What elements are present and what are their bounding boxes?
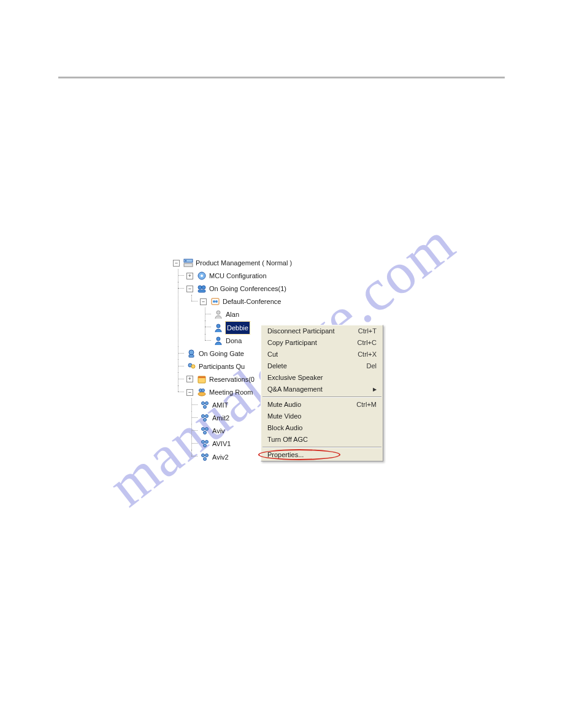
- menu-mute-video[interactable]: Mute Video: [261, 411, 383, 422]
- context-menu: Disconnect ParticipantCtrl+T Copy Partic…: [261, 325, 383, 461]
- svg-point-11: [216, 311, 220, 314]
- menu-separator: [262, 396, 381, 398]
- participant-dona[interactable]: Dona: [226, 335, 242, 347]
- svg-point-26: [202, 415, 205, 418]
- menu-delete[interactable]: DeleteDel: [261, 360, 383, 372]
- server-icon: [183, 258, 193, 268]
- svg-point-28: [204, 419, 207, 422]
- svg-point-31: [204, 431, 207, 434]
- group-icon: [200, 439, 210, 449]
- menu-cut[interactable]: CutCtrl+X: [261, 349, 383, 360]
- reservations-label[interactable]: Reservations(0: [209, 373, 255, 385]
- person-gray-icon: [213, 309, 223, 319]
- svg-rect-2: [185, 260, 186, 262]
- conf-label[interactable]: Default-Conference: [223, 295, 281, 308]
- svg-rect-15: [189, 355, 194, 357]
- svg-point-22: [202, 389, 205, 392]
- svg-point-32: [202, 441, 205, 444]
- menu-disconnect-participant[interactable]: Disconnect ParticipantCtrl+T: [261, 325, 383, 337]
- group-icon: [200, 400, 210, 410]
- menu-turn-off-agc[interactable]: Turn Off AGC: [261, 434, 383, 446]
- group-icon: [200, 426, 210, 436]
- mr-amit[interactable]: AMIT: [212, 399, 228, 411]
- expander-root[interactable]: −: [173, 260, 180, 267]
- expander-ongoing[interactable]: −: [186, 286, 193, 292]
- menu-properties[interactable]: Properties...: [261, 449, 383, 461]
- svg-point-12: [216, 324, 220, 328]
- group-icon: [200, 413, 210, 423]
- menu-exclusive-speaker[interactable]: Exclusive Speaker: [261, 372, 383, 384]
- pqueue-label[interactable]: Participants Qu: [199, 360, 245, 373]
- svg-point-20: [198, 392, 205, 396]
- mr-aviv[interactable]: Aviv: [212, 425, 225, 437]
- group-icon: [200, 452, 210, 462]
- svg-rect-1: [184, 264, 193, 267]
- page-divider: [58, 77, 505, 78]
- svg-point-10: [215, 300, 218, 303]
- expander-meeting[interactable]: −: [186, 389, 193, 396]
- gear-icon: [197, 271, 207, 281]
- svg-point-35: [202, 453, 205, 457]
- svg-rect-7: [198, 290, 205, 292]
- mcu-label[interactable]: MCU Configuration: [209, 270, 267, 282]
- svg-point-27: [205, 415, 209, 418]
- participant-alan[interactable]: Alan: [226, 308, 239, 320]
- person-blue-icon: [213, 323, 223, 333]
- root-label: Product Management ( Normal ): [196, 257, 292, 269]
- svg-point-13: [216, 337, 220, 341]
- menu-copy-participant[interactable]: Copy ParticipantCtrl+C: [261, 337, 383, 349]
- meeting-room-icon: [197, 387, 207, 397]
- participant-debbie[interactable]: Debbie: [226, 322, 250, 334]
- menu-qa-management[interactable]: Q&A Management▶: [261, 384, 383, 395]
- svg-point-9: [213, 300, 215, 303]
- svg-point-5: [198, 286, 202, 289]
- mr-aviv2[interactable]: Aviv2: [212, 451, 229, 463]
- conference-icon: [197, 284, 207, 294]
- mr-aviv1[interactable]: AVIV1: [212, 438, 231, 450]
- expander-conf[interactable]: −: [200, 298, 207, 305]
- gateway-label[interactable]: On Going Gate: [199, 347, 244, 360]
- svg-point-25: [204, 406, 207, 409]
- meeting-label[interactable]: Meeting Room: [209, 386, 253, 398]
- svg-point-14: [189, 350, 194, 355]
- submenu-arrow-icon: ▶: [373, 385, 377, 394]
- svg-point-29: [202, 428, 205, 431]
- svg-point-17: [191, 365, 195, 368]
- participants-queue-icon: [186, 362, 196, 371]
- menu-mute-audio[interactable]: Mute AudioCtrl+M: [261, 399, 383, 411]
- expander-reservations[interactable]: +: [186, 376, 193, 382]
- menu-block-audio[interactable]: Block Audio: [261, 422, 383, 434]
- svg-point-33: [205, 441, 209, 444]
- mr-amit2[interactable]: Amit2: [212, 412, 229, 424]
- svg-point-30: [205, 428, 209, 431]
- svg-rect-19: [198, 376, 205, 378]
- person-blue-icon: [213, 336, 223, 346]
- svg-point-23: [202, 402, 205, 405]
- ongoing-label[interactable]: On Going Conferences(1): [209, 282, 286, 295]
- svg-point-4: [201, 275, 203, 277]
- calendar-icon: [197, 374, 207, 384]
- svg-point-37: [204, 457, 207, 460]
- conference-node-icon: [210, 297, 220, 306]
- expander-mcu[interactable]: +: [186, 273, 193, 279]
- gateway-icon: [186, 349, 196, 358]
- svg-point-24: [205, 402, 209, 405]
- menu-separator: [262, 447, 381, 448]
- svg-point-34: [204, 444, 207, 447]
- svg-point-6: [202, 286, 205, 289]
- svg-point-36: [205, 453, 209, 457]
